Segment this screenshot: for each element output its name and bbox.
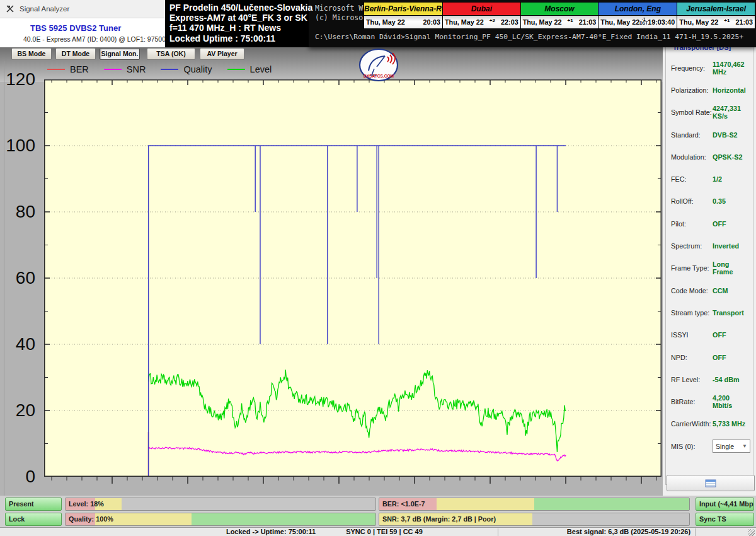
clock-date: Thu, May 22 xyxy=(523,18,562,26)
transponder-field-row: FEC:1/2 xyxy=(671,168,750,190)
field-value: Transport xyxy=(713,309,744,317)
transponder-field-row: Symbol Rate:4247,331 KS/s xyxy=(671,102,750,124)
clock-date: Thu, May 22 xyxy=(366,18,405,26)
caption-line: PF Prodelin 450/Lučenec-Slovakia xyxy=(169,3,309,13)
quality-bar: Quality: 100% xyxy=(65,513,376,526)
transponder-field-row: CarrierWidth:5,733 MHz xyxy=(671,413,750,435)
bottom-status-strip: Locked -> Uptime: 75:00:11 SYNC 0 | TEI … xyxy=(0,527,756,536)
field-label: Polarization: xyxy=(671,86,713,94)
mis-dropdown[interactable]: Single▼ xyxy=(713,440,750,453)
snr-bar: SNR: 3,7 dB (Margin: 2,7 dB | Poor) xyxy=(379,513,690,526)
ber-bar: BER: <1.0E-7 xyxy=(379,498,690,511)
app-root: Signal Analyzer TBS 5925 DVBS2 Tuner 40.… xyxy=(0,0,756,536)
field-value: 0.35 xyxy=(713,197,726,205)
y-tick-label: 120 xyxy=(0,69,35,90)
field-label: NPD: xyxy=(671,354,713,361)
clock-time: 22:03 xyxy=(501,18,518,26)
field-label: Symbol Rate: xyxy=(671,108,713,116)
field-label: Modulation: xyxy=(671,153,713,161)
clock-date: Thu, May 22 xyxy=(600,18,639,26)
field-value: DVB-S2 xyxy=(713,131,738,139)
tab-av-player[interactable]: AV Player xyxy=(200,48,244,60)
transponder-field-row: Standard:DVB-S2 xyxy=(671,124,750,146)
clock-time: 20:03 xyxy=(423,18,440,26)
field-label: Stream type: xyxy=(671,309,713,317)
sync-counters: SYNC 0 | TEI 59 | CC 49 xyxy=(346,528,423,536)
clock-dubai: Dubai Thu, May 22+222:03 xyxy=(443,3,520,28)
signal-chart xyxy=(44,79,662,486)
sidebar-export-button[interactable] xyxy=(667,475,755,491)
field-value: 4247,331 KS/s xyxy=(713,105,750,120)
level-swatch xyxy=(227,69,245,70)
caption-line: Express-AM7 at 40°E_FK 3 or SK xyxy=(169,13,309,23)
y-tick-label: 40 xyxy=(0,334,35,354)
level-bar: Level: 18% xyxy=(65,498,376,511)
transponder-field-row: Polarization:Horizontal xyxy=(671,79,750,101)
window-title: Signal Analyzer xyxy=(20,5,69,13)
y-tick-label: 100 xyxy=(0,136,35,156)
tab-bs-mode[interactable]: BS Mode xyxy=(11,48,52,60)
field-value: QPSK-S2 xyxy=(713,153,742,161)
field-value: 1/2 xyxy=(713,175,722,183)
tab-dt-mode[interactable]: DT Mode xyxy=(55,48,96,60)
clock-city-label: Berlin-Paris-Vienna-Roma xyxy=(364,3,442,16)
field-value: OFF xyxy=(713,220,726,228)
clock-time: 19:03:40 xyxy=(648,18,675,26)
field-label: FEC: xyxy=(671,175,713,183)
clock-offset: +2 xyxy=(484,18,501,23)
input-indicator: Input (~4,41 Mbps) xyxy=(696,498,754,511)
transponder-field-row: NPD:OFF xyxy=(671,346,750,368)
field-label: RollOff: xyxy=(671,197,713,205)
transponder-sidebar: Transponder [DS] Frequency:11470,462 MHz… xyxy=(663,47,756,496)
clock-date: Thu, May 22 xyxy=(679,18,718,26)
field-label: Pilot: xyxy=(671,220,713,228)
y-tick-label: 20 xyxy=(0,400,35,421)
transponder-field-row: Stream type:Transport xyxy=(671,301,750,323)
legend-item-snr: SNR xyxy=(104,64,146,74)
quality-swatch xyxy=(161,69,178,70)
field-label: Frame Type: xyxy=(671,264,713,272)
transponder-fields: Frequency:11470,462 MHzPolarization:Hori… xyxy=(671,57,750,457)
legend-item-level: Level xyxy=(227,64,272,74)
clock-dst-offset: -1DST xyxy=(639,18,648,25)
cmd-text: (c) Microso xyxy=(315,13,363,22)
logo-text: DXSATCS.COM xyxy=(364,74,394,78)
transponder-field-row: Code Mode:CCM xyxy=(671,279,750,301)
clock-time: 21:03 xyxy=(735,18,753,26)
legend-item-ber: BER xyxy=(47,64,89,74)
clock-london: London, Eng Thu, May 22-1DST19:03:40 xyxy=(598,3,677,28)
clock-city-label: Moscow xyxy=(521,3,598,16)
caption-line: Locked Uptime : 75:00:11 xyxy=(169,33,309,44)
uptime-status: Locked -> Uptime: 75:00:11 xyxy=(226,528,316,536)
field-value: OFF xyxy=(713,331,726,339)
bar-zone xyxy=(437,498,534,510)
strip-divider xyxy=(498,528,498,536)
field-value: CCM xyxy=(713,287,728,294)
tab-tsa[interactable]: TSA (OK) xyxy=(147,48,195,60)
clock-city-label: Jerusalem-Israel xyxy=(677,3,755,16)
mis-label: MIS (0): xyxy=(671,443,713,450)
field-label: Spectrum: xyxy=(671,242,713,250)
field-value: 5,733 MHz xyxy=(713,420,745,428)
tab-signal-mon[interactable]: Signal Mon. xyxy=(100,48,140,60)
y-tick-label: 60 xyxy=(0,268,35,288)
ber-swatch xyxy=(47,69,65,70)
snr-swatch xyxy=(104,69,122,70)
transponder-field-row: ISSYIOFF xyxy=(671,324,750,346)
dxsatcs-logo: DXSATCS.COM xyxy=(358,48,399,84)
y-tick-label: 0 xyxy=(0,467,35,487)
clock-berlin: Berlin-Paris-Vienna-Roma Thu, May 2220:0… xyxy=(364,3,442,28)
cmd-prompt: C:\Users\Roman Dávid>Signal Monitoring_P… xyxy=(315,33,743,41)
field-label: CarrierWidth: xyxy=(671,420,713,428)
bar-zone xyxy=(534,498,689,510)
caption-line: f=11 470 MHz_H : RT News xyxy=(169,23,309,33)
app-icon xyxy=(6,4,14,13)
transponder-field-row: Frame Type:Long Frame xyxy=(671,257,750,279)
clock-offset: +1 xyxy=(718,18,735,23)
bar-zone xyxy=(192,513,375,525)
resize-grip[interactable] xyxy=(748,529,755,536)
field-value: 4,200 Mbit/s xyxy=(713,394,750,409)
tuner-name: TBS 5925 DVBS2 Tuner xyxy=(30,23,121,33)
status-bar-region: Present Level: 18% BER: <1.0E-7 Input (~… xyxy=(0,496,756,527)
transponder-field-row: RollOff:0.35 xyxy=(671,190,750,213)
